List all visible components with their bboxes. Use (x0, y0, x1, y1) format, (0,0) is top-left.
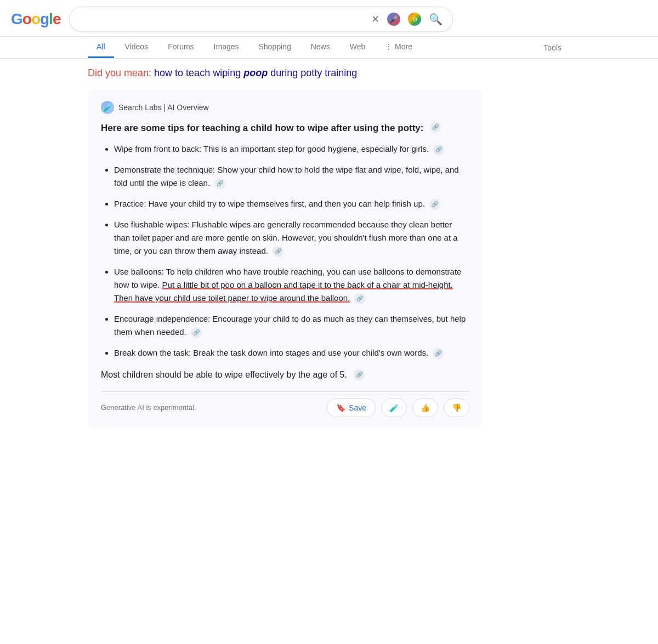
header: Google how to teach wiping poo during po… (0, 0, 658, 37)
flask-action-icon: 🧪 (389, 403, 399, 412)
did-you-mean-suffix: during potty training (268, 67, 357, 78)
search-bar: how to teach wiping poo during potty tra… (69, 7, 453, 32)
ai-conclusion: Most children should be able to wipe eff… (101, 369, 469, 380)
list-item: Break down the task: Break the task down… (114, 346, 469, 360)
flask-icon: 🧪 (101, 101, 114, 114)
list-item: Encourage independence: Encourage your c… (114, 312, 469, 339)
save-icon: 🔖 (336, 403, 345, 412)
clear-button[interactable]: ✕ (370, 12, 381, 26)
google-logo: Google (11, 10, 60, 28)
generative-note: Generative AI is experimental. (101, 403, 196, 412)
lens-icon: ⊙ (408, 13, 421, 26)
balloon-underlined-text: Put a little bit of poo on a balloon and… (114, 280, 453, 303)
tip-link-badge[interactable]: 🔗 (273, 246, 283, 257)
tip-text: Encourage independence: Encourage your c… (114, 314, 466, 337)
search-submit-button[interactable]: 🔍 (428, 12, 444, 27)
tip-link-badge[interactable]: 🔗 (433, 348, 444, 359)
list-item: Demonstrate the technique: Show your chi… (114, 163, 469, 190)
tip-text: Wipe from front to back: This is an impo… (114, 144, 429, 153)
tab-forums[interactable]: Forums (159, 37, 202, 58)
tip-link-badge[interactable]: 🔗 (214, 178, 225, 189)
save-label: Save (349, 403, 366, 412)
lens-search-button[interactable]: ⊙ (407, 12, 422, 27)
list-item: Practice: Have your child try to wipe th… (114, 197, 469, 210)
search-nav: All Videos Forums Images Shopping News W… (0, 37, 658, 59)
tab-web[interactable]: Web (341, 37, 375, 58)
ai-overview-header: 🧪 Search Labs | AI Overview (101, 101, 469, 114)
tab-videos[interactable]: Videos (116, 37, 157, 58)
close-icon: ✕ (371, 13, 379, 25)
heading-link-badge[interactable]: 🔗 (430, 122, 441, 133)
search-icon: 🔍 (429, 13, 443, 26)
tip-link-badge[interactable]: 🔗 (433, 144, 444, 155)
tab-images[interactable]: Images (205, 37, 248, 58)
tip-text: Practice: Have your child try to wipe th… (114, 199, 425, 208)
voice-search-button[interactable]: 🎤 (386, 12, 401, 27)
tools-button[interactable]: Tools (535, 38, 570, 58)
thumbs-down-button[interactable]: 👎 (444, 398, 469, 417)
list-item: Wipe from front to back: This is an impo… (114, 143, 469, 156)
tab-news[interactable]: News (302, 37, 339, 58)
thumbs-up-button[interactable]: 👍 (412, 398, 438, 417)
tab-more[interactable]: ⋮ More (376, 37, 421, 58)
tip-link-badge[interactable]: 🔗 (429, 199, 440, 210)
did-you-mean-prefix: how to teach wiping (154, 67, 243, 78)
did-you-mean-link[interactable]: how to teach wiping poop during potty tr… (154, 67, 357, 78)
balloon-list-item: Use balloons: To help children who have … (114, 265, 469, 305)
flask-button[interactable]: 🧪 (381, 398, 407, 417)
conclusion-link-badge[interactable]: 🔗 (354, 369, 365, 380)
did-you-mean-word: poop (243, 67, 268, 78)
ai-action-buttons: 🔖 Save 🧪 👍 👎 (327, 398, 469, 417)
thumbs-up-icon: 👍 (421, 403, 430, 412)
ai-footer: Generative AI is experimental. 🔖 Save 🧪 … (101, 391, 469, 417)
did-you-mean-label: Did you mean: (88, 67, 151, 78)
save-button[interactable]: 🔖 Save (327, 398, 376, 417)
ai-overview-label: Search Labs | AI Overview (118, 103, 209, 112)
ai-overview-box: 🧪 Search Labs | AI Overview Here are som… (88, 90, 483, 428)
tip-text: Use flushable wipes: Flushable wipes are… (114, 220, 458, 255)
did-you-mean: Did you mean: how to teach wiping poop d… (88, 67, 570, 79)
conclusion-text: Most children should be able to wipe eff… (101, 370, 347, 380)
microphone-icon: 🎤 (387, 13, 400, 26)
tip-link-badge[interactable]: 🔗 (191, 327, 202, 338)
list-item: Use flushable wipes: Flushable wipes are… (114, 218, 469, 258)
tab-all[interactable]: All (88, 37, 114, 58)
tip-link-badge[interactable]: 🔗 (354, 293, 365, 304)
ai-tips-list: Wipe from front to back: This is an impo… (101, 143, 469, 360)
search-icon-group: ✕ 🎤 ⊙ 🔍 (370, 12, 444, 27)
thumbs-down-icon: 👎 (452, 403, 461, 412)
tip-text: Demonstrate the technique: Show your chi… (114, 165, 459, 187)
tab-shopping[interactable]: Shopping (250, 37, 300, 58)
tip-text: Break down the task: Break the task down… (114, 348, 428, 357)
ai-heading-text: Here are some tips for teaching a child … (101, 122, 423, 135)
main-content: Did you mean: how to teach wiping poop d… (0, 59, 658, 450)
ai-heading: Here are some tips for teaching a child … (101, 122, 469, 135)
search-input[interactable]: how to teach wiping poo during potty tra… (78, 14, 365, 24)
